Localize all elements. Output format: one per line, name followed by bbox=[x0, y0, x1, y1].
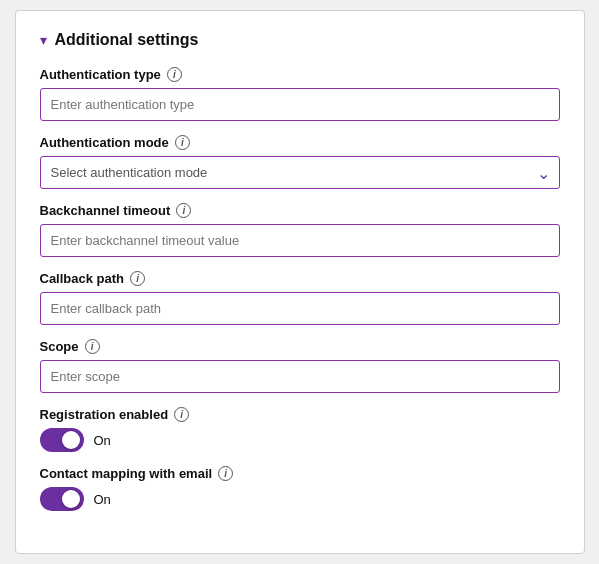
auth-mode-select-wrapper: Select authentication mode ⌄ bbox=[40, 156, 560, 189]
registration-enabled-field: Registration enabled i On bbox=[40, 407, 560, 452]
scope-input[interactable] bbox=[40, 360, 560, 393]
contact-mapping-info-icon[interactable]: i bbox=[218, 466, 233, 481]
section-header: ▾ Additional settings bbox=[40, 31, 560, 49]
auth-type-input[interactable] bbox=[40, 88, 560, 121]
registration-enabled-label: Registration enabled i bbox=[40, 407, 560, 422]
scope-info-icon[interactable]: i bbox=[85, 339, 100, 354]
contact-mapping-value: On bbox=[94, 492, 111, 507]
backchannel-timeout-label: Backchannel timeout i bbox=[40, 203, 560, 218]
callback-path-input[interactable] bbox=[40, 292, 560, 325]
registration-enabled-toggle[interactable] bbox=[40, 428, 84, 452]
section-title: Additional settings bbox=[55, 31, 199, 49]
callback-path-label: Callback path i bbox=[40, 271, 560, 286]
auth-type-label: Authentication type i bbox=[40, 67, 560, 82]
callback-path-info-icon[interactable]: i bbox=[130, 271, 145, 286]
registration-enabled-info-icon[interactable]: i bbox=[174, 407, 189, 422]
auth-mode-select[interactable]: Select authentication mode bbox=[40, 156, 560, 189]
backchannel-timeout-info-icon[interactable]: i bbox=[176, 203, 191, 218]
auth-type-info-icon[interactable]: i bbox=[167, 67, 182, 82]
auth-type-field: Authentication type i bbox=[40, 67, 560, 121]
contact-mapping-field: Contact mapping with email i On bbox=[40, 466, 560, 511]
contact-mapping-slider bbox=[40, 487, 84, 511]
registration-enabled-slider bbox=[40, 428, 84, 452]
callback-path-field: Callback path i bbox=[40, 271, 560, 325]
auth-mode-label: Authentication mode i bbox=[40, 135, 560, 150]
contact-mapping-toggle[interactable] bbox=[40, 487, 84, 511]
registration-enabled-toggle-row: On bbox=[40, 428, 560, 452]
registration-enabled-value: On bbox=[94, 433, 111, 448]
contact-mapping-label: Contact mapping with email i bbox=[40, 466, 560, 481]
backchannel-timeout-field: Backchannel timeout i bbox=[40, 203, 560, 257]
contact-mapping-toggle-row: On bbox=[40, 487, 560, 511]
auth-mode-info-icon[interactable]: i bbox=[175, 135, 190, 150]
additional-settings-card: ▾ Additional settings Authentication typ… bbox=[15, 10, 585, 554]
collapse-chevron-icon[interactable]: ▾ bbox=[40, 32, 47, 48]
auth-mode-field: Authentication mode i Select authenticat… bbox=[40, 135, 560, 189]
scope-label: Scope i bbox=[40, 339, 560, 354]
backchannel-timeout-input[interactable] bbox=[40, 224, 560, 257]
scope-field: Scope i bbox=[40, 339, 560, 393]
